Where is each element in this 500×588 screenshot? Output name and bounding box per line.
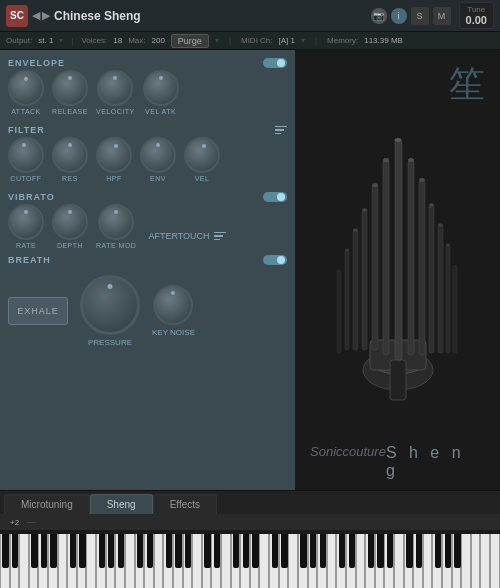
- vel-knob-wrap: VEL: [184, 137, 220, 182]
- black-key[interactable]: [70, 534, 76, 568]
- black-key[interactable]: [50, 534, 56, 568]
- black-key[interactable]: [339, 534, 345, 568]
- vel-knob[interactable]: [184, 137, 220, 173]
- env-knob[interactable]: [140, 137, 176, 173]
- keys-container[interactable]: [0, 530, 500, 588]
- sheng-instrument-visual: [328, 60, 468, 410]
- black-key[interactable]: [243, 534, 249, 568]
- tune-box: Tune 0.00: [459, 2, 494, 29]
- output-label: Output:: [6, 36, 32, 45]
- aftertouch-label: AFTERTOUCH: [148, 231, 209, 241]
- pressure-knob[interactable]: [80, 275, 140, 335]
- black-key[interactable]: [272, 534, 278, 568]
- white-key[interactable]: [58, 534, 68, 588]
- black-key[interactable]: [41, 534, 47, 568]
- black-key[interactable]: [204, 534, 210, 568]
- black-key[interactable]: [185, 534, 191, 568]
- black-key[interactable]: [31, 534, 37, 568]
- aftertouch-menu-icon[interactable]: [214, 231, 226, 241]
- black-key[interactable]: [387, 534, 393, 568]
- key-noise-knob[interactable]: [153, 285, 193, 325]
- black-key[interactable]: [368, 534, 374, 568]
- velatk-knob[interactable]: [143, 70, 179, 106]
- tab-microtuning[interactable]: Microtuning: [4, 494, 90, 514]
- black-key[interactable]: [137, 534, 143, 568]
- black-key[interactable]: [320, 534, 326, 568]
- white-key[interactable]: [154, 534, 164, 588]
- vibrato-toggle[interactable]: [263, 192, 287, 202]
- envelope-toggle[interactable]: [263, 58, 287, 68]
- white-key[interactable]: [19, 534, 29, 588]
- black-key[interactable]: [214, 534, 220, 568]
- black-key[interactable]: [147, 534, 153, 568]
- voices-label: Voices:: [81, 36, 107, 45]
- black-key[interactable]: [377, 534, 383, 568]
- black-key[interactable]: [79, 534, 85, 568]
- black-key[interactable]: [281, 534, 287, 568]
- black-key[interactable]: [233, 534, 239, 568]
- black-key[interactable]: [406, 534, 412, 568]
- filter-menu-icon[interactable]: [275, 125, 287, 135]
- info-icon[interactable]: i: [391, 8, 407, 24]
- black-key[interactable]: [175, 534, 181, 568]
- white-key[interactable]: [259, 534, 269, 588]
- hpf-label: HPF: [106, 175, 122, 182]
- white-key[interactable]: [356, 534, 366, 588]
- black-key[interactable]: [435, 534, 441, 568]
- black-key[interactable]: [310, 534, 316, 568]
- tab-sheng[interactable]: Sheng: [90, 494, 153, 514]
- black-key[interactable]: [166, 534, 172, 568]
- black-key[interactable]: [416, 534, 422, 568]
- white-key[interactable]: [221, 534, 231, 588]
- white-key[interactable]: [327, 534, 337, 588]
- tab-effects[interactable]: Effects: [153, 494, 217, 514]
- top-header: SC ◀ ▶ Chinese Sheng 📷 i S M Tune 0.00: [0, 0, 500, 32]
- exhale-button[interactable]: EXHALE: [8, 297, 68, 325]
- black-key[interactable]: [12, 534, 18, 568]
- hpf-knob[interactable]: [96, 137, 132, 173]
- svg-point-9: [372, 183, 378, 187]
- white-key[interactable]: [86, 534, 96, 588]
- white-key[interactable]: [288, 534, 298, 588]
- envelope-knobs: ATTACK RELEASE VELOCITY: [8, 70, 287, 115]
- black-key[interactable]: [2, 534, 8, 568]
- black-key[interactable]: [454, 534, 460, 568]
- midi-value[interactable]: [A] 1: [279, 36, 295, 45]
- white-key[interactable]: [423, 534, 433, 588]
- svg-point-19: [419, 178, 425, 182]
- breath-toggle[interactable]: [263, 255, 287, 265]
- arrow-left[interactable]: ◀: [32, 9, 40, 22]
- white-key[interactable]: [461, 534, 471, 588]
- velocity-knob[interactable]: [97, 70, 133, 106]
- camera-icon[interactable]: 📷: [371, 8, 387, 24]
- purge-button[interactable]: Purge: [171, 34, 209, 48]
- res-knob[interactable]: [52, 137, 88, 173]
- white-key[interactable]: [394, 534, 404, 588]
- black-key[interactable]: [99, 534, 105, 568]
- s-button[interactable]: S: [411, 7, 429, 25]
- black-key[interactable]: [349, 534, 355, 568]
- black-key[interactable]: [300, 534, 306, 568]
- cutoff-knob[interactable]: [8, 137, 44, 173]
- black-key[interactable]: [445, 534, 451, 568]
- white-key[interactable]: [192, 534, 202, 588]
- instrument-title: Chinese Sheng: [54, 9, 367, 23]
- release-knob[interactable]: [52, 70, 88, 106]
- white-key[interactable]: [480, 534, 490, 588]
- arrow-right[interactable]: ▶: [42, 9, 50, 22]
- output-value[interactable]: st. 1: [38, 36, 53, 45]
- cutoff-label: CUTOFF: [10, 175, 41, 182]
- black-key[interactable]: [118, 534, 124, 568]
- env-knob-wrap: ENV: [140, 137, 176, 182]
- white-key[interactable]: [125, 534, 135, 588]
- black-key[interactable]: [252, 534, 258, 568]
- attack-knob[interactable]: [8, 70, 44, 106]
- ratemod-knob[interactable]: [98, 204, 134, 240]
- black-key[interactable]: [108, 534, 114, 568]
- rate-knob[interactable]: [8, 204, 44, 240]
- white-key[interactable]: [471, 534, 481, 588]
- white-key[interactable]: [490, 534, 500, 588]
- release-knob-wrap: RELEASE: [52, 70, 88, 115]
- m-button[interactable]: M: [433, 7, 451, 25]
- depth-knob[interactable]: [52, 204, 88, 240]
